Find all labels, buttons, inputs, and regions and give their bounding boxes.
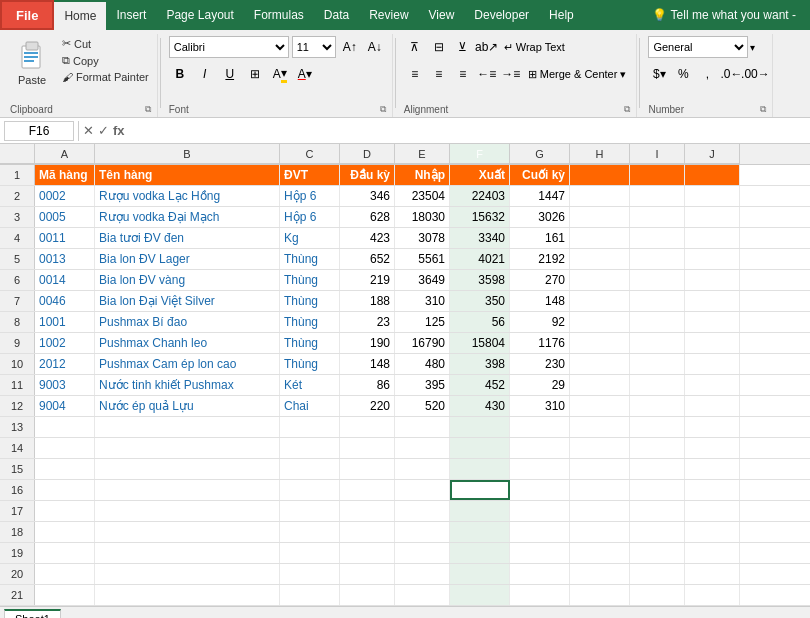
cell-b17[interactable]	[95, 501, 280, 521]
cell-a14[interactable]	[35, 438, 95, 458]
cell-b13[interactable]	[95, 417, 280, 437]
cell-f14[interactable]	[450, 438, 510, 458]
confirm-formula-icon[interactable]: ✓	[98, 123, 109, 138]
cell-h7[interactable]	[570, 291, 630, 311]
angle-text-button[interactable]: ab↗	[476, 36, 498, 58]
paste-button[interactable]: Paste	[10, 36, 54, 88]
page-layout-tab[interactable]: Page Layout	[156, 0, 243, 30]
cell-e11[interactable]: 395	[395, 375, 450, 395]
cell-i1[interactable]	[630, 165, 685, 185]
cell-i12[interactable]	[630, 396, 685, 416]
cell-f19[interactable]	[450, 543, 510, 563]
cell-c15[interactable]	[280, 459, 340, 479]
cell-c21[interactable]	[280, 585, 340, 605]
percent-button[interactable]: %	[672, 63, 694, 85]
cell-f5[interactable]: 4021	[450, 249, 510, 269]
file-tab[interactable]: File	[0, 0, 54, 30]
cell-a21[interactable]	[35, 585, 95, 605]
cell-f1[interactable]: Xuất	[450, 165, 510, 185]
cell-a2[interactable]: 0002	[35, 186, 95, 206]
align-middle-button[interactable]: ⊟	[428, 36, 450, 58]
cell-h16[interactable]	[570, 480, 630, 500]
cell-b11[interactable]: Nước tinh khiết Pushmax	[95, 375, 280, 395]
cell-f18[interactable]	[450, 522, 510, 542]
cell-i19[interactable]	[630, 543, 685, 563]
cell-a11[interactable]: 9003	[35, 375, 95, 395]
cell-i13[interactable]	[630, 417, 685, 437]
cell-b1[interactable]: Tên hàng	[95, 165, 280, 185]
font-name-select[interactable]: Calibri	[169, 36, 289, 58]
cell-f8[interactable]: 56	[450, 312, 510, 332]
cell-j19[interactable]	[685, 543, 740, 563]
cell-g13[interactable]	[510, 417, 570, 437]
cell-c6[interactable]: Thùng	[280, 270, 340, 290]
cell-a16[interactable]	[35, 480, 95, 500]
cell-f10[interactable]: 398	[450, 354, 510, 374]
cell-j17[interactable]	[685, 501, 740, 521]
col-header-d[interactable]: D	[340, 144, 395, 164]
cell-f13[interactable]	[450, 417, 510, 437]
cell-f17[interactable]	[450, 501, 510, 521]
cell-b6[interactable]: Bia lon ĐV vàng	[95, 270, 280, 290]
cell-b7[interactable]: Bia lon Đại Việt Silver	[95, 291, 280, 311]
cell-e13[interactable]	[395, 417, 450, 437]
align-bottom-button[interactable]: ⊻	[452, 36, 474, 58]
cell-c20[interactable]	[280, 564, 340, 584]
fill-color-button[interactable]: A▾	[269, 63, 291, 85]
cell-d1[interactable]: Đầu kỳ	[340, 165, 395, 185]
cell-e2[interactable]: 23504	[395, 186, 450, 206]
cell-a7[interactable]: 0046	[35, 291, 95, 311]
cell-h3[interactable]	[570, 207, 630, 227]
cell-d17[interactable]	[340, 501, 395, 521]
sheet-tab-1[interactable]: Sheet1	[4, 609, 61, 619]
cell-g14[interactable]	[510, 438, 570, 458]
align-right-button[interactable]: ≡	[452, 63, 474, 85]
cell-e12[interactable]: 520	[395, 396, 450, 416]
cell-f2[interactable]: 22403	[450, 186, 510, 206]
cell-a17[interactable]	[35, 501, 95, 521]
cell-h4[interactable]	[570, 228, 630, 248]
cell-h2[interactable]	[570, 186, 630, 206]
cell-g4[interactable]: 161	[510, 228, 570, 248]
cell-h15[interactable]	[570, 459, 630, 479]
search-box[interactable]: 💡 Tell me what you want -	[652, 8, 810, 22]
developer-tab[interactable]: Developer	[464, 0, 539, 30]
cell-a20[interactable]	[35, 564, 95, 584]
formula-input[interactable]	[129, 124, 806, 138]
underline-button[interactable]: U	[219, 63, 241, 85]
cell-i21[interactable]	[630, 585, 685, 605]
cell-i6[interactable]	[630, 270, 685, 290]
cell-e8[interactable]: 125	[395, 312, 450, 332]
cell-j18[interactable]	[685, 522, 740, 542]
cell-a8[interactable]: 1001	[35, 312, 95, 332]
insert-tab[interactable]: Insert	[106, 0, 156, 30]
cell-g8[interactable]: 92	[510, 312, 570, 332]
cell-d2[interactable]: 346	[340, 186, 395, 206]
currency-button[interactable]: $▾	[648, 63, 670, 85]
cell-g2[interactable]: 1447	[510, 186, 570, 206]
cell-a15[interactable]	[35, 459, 95, 479]
cell-c2[interactable]: Hộp 6	[280, 186, 340, 206]
cell-d14[interactable]	[340, 438, 395, 458]
cell-g9[interactable]: 1176	[510, 333, 570, 353]
cell-f21[interactable]	[450, 585, 510, 605]
cell-name-box[interactable]	[4, 121, 74, 141]
cell-i20[interactable]	[630, 564, 685, 584]
cell-i3[interactable]	[630, 207, 685, 227]
font-color-button[interactable]: A▾	[294, 63, 316, 85]
cell-b10[interactable]: Pushmax Cam ép lon cao	[95, 354, 280, 374]
cell-a1[interactable]: Mã hàng	[35, 165, 95, 185]
cell-d19[interactable]	[340, 543, 395, 563]
cell-a13[interactable]	[35, 417, 95, 437]
cell-c16[interactable]	[280, 480, 340, 500]
cell-a3[interactable]: 0005	[35, 207, 95, 227]
cell-b5[interactable]: Bia lon ĐV Lager	[95, 249, 280, 269]
cell-b16[interactable]	[95, 480, 280, 500]
cell-i4[interactable]	[630, 228, 685, 248]
cell-c9[interactable]: Thùng	[280, 333, 340, 353]
cell-h18[interactable]	[570, 522, 630, 542]
cell-b20[interactable]	[95, 564, 280, 584]
increase-decimal-button[interactable]: .00→	[744, 63, 766, 85]
cell-a4[interactable]: 0011	[35, 228, 95, 248]
cell-g21[interactable]	[510, 585, 570, 605]
